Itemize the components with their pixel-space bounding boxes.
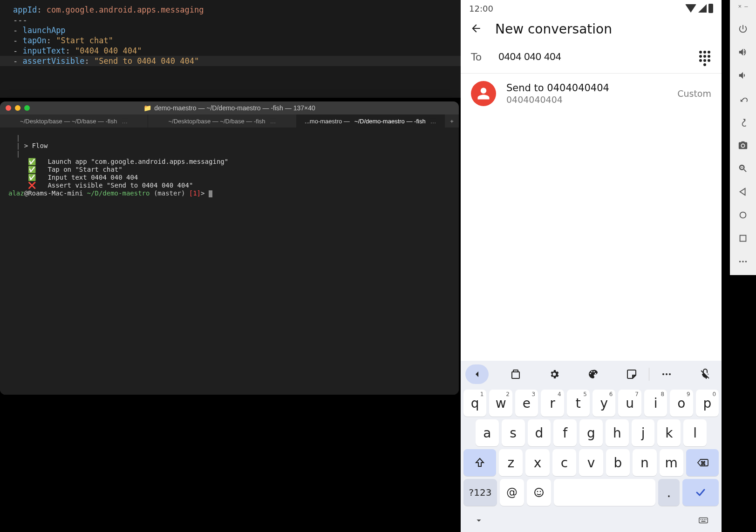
terminal-window: 📁 demo-maestro — ~/D/demo-maestro — -fis… [0,101,459,395]
key-r[interactable]: r4 [541,390,564,417]
key-d[interactable]: d [528,419,551,446]
terminal-body[interactable]: | | > Flow | ✅ Launch app "com.google.an… [0,128,459,395]
emulator-toolbar: ×– [730,0,756,275]
key-f[interactable]: f [553,419,577,446]
key-v[interactable]: v [579,449,603,476]
contact-meta: Custom [677,88,711,99]
key-n[interactable]: n [633,449,656,476]
key-x[interactable]: x [525,449,549,476]
recipient-input[interactable] [498,51,627,63]
key-p[interactable]: p0 [696,390,719,417]
key-accent enter[interactable] [682,479,719,506]
theme-icon[interactable] [581,364,605,384]
terminal-tab[interactable]: ~/Desktop/base — ~/D/base — -fish… [0,114,148,128]
key-u[interactable]: u7 [618,390,641,417]
nav-expand-icon[interactable] [474,515,484,525]
window-minimize-button[interactable] [15,105,20,111]
volume-up-button[interactable] [736,45,750,59]
power-button[interactable] [736,22,750,36]
key-h[interactable]: h [606,419,629,446]
terminal-title: 📁 demo-maestro — ~/D/demo-maestro — -fis… [0,104,459,112]
wifi-icon [685,4,696,13]
key-b[interactable]: b [606,449,630,476]
rotate-right-button[interactable] [736,115,750,129]
kbd-collapse-button[interactable] [465,364,489,384]
key-space[interactable] [554,479,655,506]
terminal-new-tab-button[interactable]: + [445,114,459,128]
key-c[interactable]: c [552,449,576,476]
svg-point-1 [666,373,667,375]
contact-title: Send to 0404040404 [506,82,667,94]
key-e[interactable]: e3 [515,390,538,417]
emu-home-button[interactable] [736,208,750,222]
key-o[interactable]: o9 [670,390,693,417]
key-j[interactable]: j [632,419,655,446]
terminal-tabstrip: ~/Desktop/base — ~/D/base — -fish…~/Desk… [0,114,459,128]
key-g[interactable]: g [579,419,603,446]
key-?123[interactable]: ?123 [463,479,497,506]
terminal-tab[interactable]: ...mo-maestro — ~/D/demo-maestro — -fish… [297,114,445,128]
status-time: 12:00 [469,4,493,13]
dialpad-icon[interactable] [699,51,711,63]
window-zoom-button[interactable] [24,105,30,111]
terminal-titlebar[interactable]: 📁 demo-maestro — ~/D/demo-maestro — -fis… [0,101,459,114]
svg-point-15 [742,261,744,263]
svg-point-3 [535,488,543,497]
key-s[interactable]: s [502,419,525,446]
nav-keyboard-icon[interactable] [698,515,708,525]
battery-icon [708,4,713,13]
key-emoji[interactable] [527,479,551,506]
svg-rect-13 [740,236,746,242]
key-@[interactable]: @ [500,479,524,506]
key-y[interactable]: y6 [593,390,615,417]
key-i[interactable]: i8 [644,390,667,417]
folder-icon: 📁 [143,104,151,112]
sticker-icon[interactable] [620,364,643,384]
svg-rect-7 [701,519,702,520]
key-k[interactable]: k [657,419,681,446]
svg-point-4 [537,491,538,492]
key-l[interactable]: l [683,419,707,446]
android-emulator: 12:00 New conversation To Send to 04 [461,0,722,532]
screenshot-button[interactable] [736,138,750,152]
key-m[interactable]: m [660,449,683,476]
key-a[interactable]: a [476,419,499,446]
svg-rect-8 [702,519,703,520]
contact-subtitle: 0404040404 [506,94,667,105]
mic-off-icon[interactable] [694,364,717,384]
emu-overview-button[interactable] [736,231,750,245]
terminal-title-text: demo-maestro — ~/D/demo-maestro — -fish … [154,104,315,112]
key-fn accent shift[interactable] [463,449,496,476]
svg-rect-6 [699,518,708,523]
key-t[interactable]: t5 [567,390,590,417]
soft-keyboard: q1w2e3r4t5y6u7i8o9p0asdfghjklzxcvbnm?123… [461,361,722,532]
key-q[interactable]: q1 [463,390,486,417]
contact-suggestion[interactable]: Send to 0404040404 0404040404 Custom [461,74,722,114]
svg-point-0 [662,373,664,375]
rotate-left-button[interactable] [736,92,750,106]
key-fn accent bsp[interactable] [686,449,719,476]
key-.[interactable]: . [658,479,680,506]
signal-icon [698,4,707,13]
svg-point-5 [540,491,541,492]
keyboard-toolbar [461,361,722,388]
emu-back-button[interactable] [736,185,750,199]
emulator-window-controls[interactable]: ×– [738,3,748,10]
contact-avatar [471,81,496,106]
zoom-button[interactable] [736,162,750,175]
keyboard-nav [461,512,722,532]
settings-icon[interactable] [543,364,566,384]
to-label: To [471,51,482,63]
key-z[interactable]: z [499,449,523,476]
terminal-tab[interactable]: ~/Desktop/base — ~/D/base — -fish… [148,114,296,128]
key-w[interactable]: w2 [489,390,512,417]
clipboard-icon[interactable] [504,364,527,384]
svg-point-12 [740,212,746,218]
back-button[interactable] [470,22,482,36]
emu-more-button[interactable] [736,255,750,269]
svg-rect-11 [701,521,705,522]
window-close-button[interactable] [6,105,11,111]
volume-down-button[interactable] [736,68,750,82]
more-icon[interactable] [655,364,678,384]
code-editor[interactable]: appId: com.google.android.apps.messaging… [0,0,461,98]
